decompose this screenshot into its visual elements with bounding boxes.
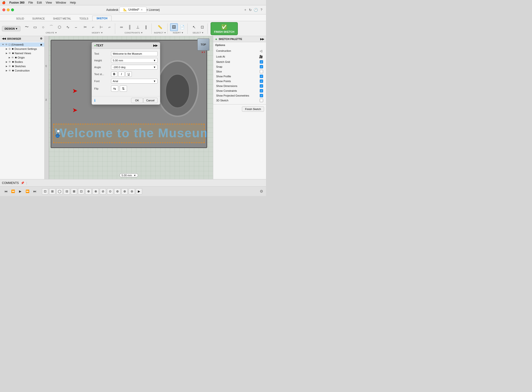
add-tab-icon[interactable]: ＋ bbox=[244, 8, 247, 12]
fullscreen-button[interactable] bbox=[11, 8, 14, 11]
tree-item-named-views[interactable]: ▶ 👁 ■ Named Views bbox=[0, 51, 44, 55]
sketch-tool-4[interactable]: ⊟ bbox=[64, 188, 70, 195]
browser-collapse-icon[interactable]: ◀◀ bbox=[2, 37, 6, 40]
play-prev-icon[interactable]: ⏪ bbox=[10, 189, 16, 194]
sketch-tool-14[interactable]: ▶ bbox=[136, 188, 142, 195]
sketch-tool-10[interactable]: ⊙ bbox=[107, 188, 113, 195]
help-menu[interactable]: Help bbox=[70, 1, 76, 4]
3d-sketch-checkbox[interactable] bbox=[260, 99, 263, 102]
bodies-eye[interactable]: 👁 bbox=[8, 60, 11, 63]
constraint-horiz[interactable]: ═ bbox=[118, 23, 125, 31]
construction-eye[interactable]: 👁 bbox=[8, 69, 11, 72]
fillet-tool[interactable]: ⌐ bbox=[106, 23, 113, 31]
dialog-expand-icon[interactable]: ▶▶ bbox=[153, 44, 158, 47]
palette-show-profile[interactable]: Show Profile ✓ bbox=[215, 74, 264, 79]
height-input[interactable]: 5.00 mm ▼ bbox=[111, 58, 158, 63]
browser-settings-icon[interactable]: ⚙ bbox=[40, 37, 42, 40]
sketch-tool-1[interactable]: ⊡ bbox=[42, 188, 48, 195]
text-field-input[interactable] bbox=[111, 51, 158, 56]
circle-tool[interactable]: ○ bbox=[39, 23, 47, 31]
tree-item-doc-settings[interactable]: ▶ ⚙ ■ Document Settings bbox=[0, 47, 44, 51]
ok-button[interactable]: OK bbox=[131, 98, 143, 103]
font-select[interactable]: Arial ▼ bbox=[111, 79, 158, 84]
tab-sheet-metal[interactable]: SHEET METAL bbox=[49, 16, 75, 21]
height-dropdown-icon[interactable]: ▼ bbox=[153, 59, 156, 62]
show-constraints-checkbox[interactable]: ✓ bbox=[260, 89, 263, 92]
refresh-icon[interactable]: ↻ bbox=[249, 8, 252, 12]
sketch-tool-5[interactable]: ⊠ bbox=[71, 188, 77, 195]
document-tab[interactable]: 📐 Untitled* ✕ bbox=[119, 7, 147, 13]
angle-dropdown-icon[interactable]: ▼ bbox=[153, 66, 156, 69]
palette-3d-sketch[interactable]: 3D Sketch bbox=[215, 98, 264, 103]
bold-button[interactable]: B bbox=[111, 72, 117, 77]
sketch-tool-9[interactable]: ⊘ bbox=[100, 188, 106, 195]
constraint-vert[interactable]: ║ bbox=[126, 23, 133, 31]
insert-dxf-tool[interactable]: 📄 bbox=[178, 23, 186, 31]
rect-tool[interactable]: ▭ bbox=[31, 23, 39, 31]
comments-pin-icon[interactable]: 📌 bbox=[21, 181, 24, 185]
finish-sketch-bottom-button[interactable]: Finish Sketch bbox=[242, 106, 264, 112]
sketch-grid-checkbox[interactable]: ✓ bbox=[260, 60, 263, 64]
show-dimensions-checkbox[interactable]: ✓ bbox=[260, 84, 263, 88]
cancel-button[interactable]: Cancel bbox=[143, 98, 158, 103]
apple-menu[interactable]: 🍎 bbox=[2, 1, 6, 4]
design-button[interactable]: DESIGN ▼ bbox=[2, 26, 20, 31]
help-icon[interactable]: ？ bbox=[260, 8, 263, 12]
edit-menu[interactable]: Edit bbox=[37, 1, 42, 4]
sketch-tool-8[interactable]: ⊗ bbox=[93, 188, 99, 195]
settings-icon[interactable]: ⚙ bbox=[260, 189, 263, 194]
tree-item-origin[interactable]: ▶ 👁 ■ Origin bbox=[0, 55, 44, 60]
record-icon[interactable]: ⏺ bbox=[40, 43, 42, 46]
show-profile-checkbox[interactable]: ✓ bbox=[260, 75, 263, 78]
tree-item-construction[interactable]: ▶ 👁 ■ Construction bbox=[0, 68, 44, 73]
poly-tool[interactable]: ⬡ bbox=[56, 23, 63, 31]
snap-checkbox[interactable]: ✓ bbox=[260, 65, 263, 68]
spline-tool[interactable]: ∿ bbox=[64, 23, 72, 31]
origin-eye[interactable]: 👁 bbox=[11, 56, 14, 59]
palette-look-at[interactable]: Look At 🎥 bbox=[215, 54, 264, 59]
trim-tool[interactable]: ✂ bbox=[81, 23, 89, 31]
palette-show-points[interactable]: Show Points ✓ bbox=[215, 79, 264, 84]
angle-input[interactable]: -180.0 deg ▼ bbox=[111, 65, 158, 70]
palette-show-dimensions[interactable]: Show Dimensions ✓ bbox=[215, 84, 264, 88]
sketch-tool-6[interactable]: ⊡ bbox=[78, 188, 84, 195]
constraint-perp[interactable]: ⊥ bbox=[134, 23, 142, 31]
palette-slice[interactable]: Slice bbox=[215, 69, 264, 74]
view-menu[interactable]: View bbox=[46, 1, 52, 4]
palette-snap[interactable]: Snap ✓ bbox=[215, 64, 264, 69]
dim-dropdown[interactable]: ▼ bbox=[133, 174, 136, 177]
tree-item-unsaved[interactable]: ▼ 👁 □ (Unsaved) ⏺ bbox=[0, 42, 44, 47]
font-dropdown-icon[interactable]: ▼ bbox=[153, 80, 156, 83]
flip-v-button[interactable]: ⇅ bbox=[120, 85, 127, 92]
look-at-icon[interactable]: 🎥 bbox=[259, 54, 263, 59]
sketch-tool-2[interactable]: ⊞ bbox=[49, 188, 55, 195]
sketch-tool-12[interactable]: ⊛ bbox=[121, 188, 128, 195]
dimension-label[interactable]: 5.00 mm ▼ bbox=[120, 173, 138, 177]
file-menu[interactable]: File bbox=[28, 1, 33, 4]
select-more[interactable]: ⊡ bbox=[198, 23, 206, 31]
sketch-tool-13[interactable]: ⊜ bbox=[129, 188, 135, 195]
tab-surface[interactable]: SURFACE bbox=[28, 16, 49, 21]
tab-close-icon[interactable]: ✕ bbox=[141, 8, 143, 11]
construction-icon[interactable]: ◁ bbox=[259, 49, 263, 53]
flip-h-button[interactable]: ⇆ bbox=[111, 85, 118, 92]
close-button[interactable] bbox=[2, 8, 5, 11]
cube-top-face[interactable]: TOP bbox=[197, 39, 209, 51]
constraint-par[interactable]: ∥ bbox=[142, 23, 150, 31]
extend-tool[interactable]: ⌐ bbox=[89, 23, 97, 31]
palette-expand-icon[interactable]: ▶▶ bbox=[260, 38, 264, 41]
measure-tool[interactable]: 📏 bbox=[156, 23, 164, 31]
sketch-tool-7[interactable]: ⊕ bbox=[85, 188, 92, 195]
underline-button[interactable]: U bbox=[126, 72, 132, 77]
finish-sketch-button[interactable]: ✅ FINISH SKETCH bbox=[211, 22, 238, 35]
visibility-icon[interactable]: 👁 bbox=[5, 43, 8, 46]
show-proj-geom-checkbox[interactable]: ✓ bbox=[260, 94, 263, 97]
play-last-icon[interactable]: ⏭ bbox=[32, 189, 38, 194]
tab-solid[interactable]: SOLID bbox=[12, 16, 28, 21]
palette-show-constraints[interactable]: Show Constraints ✓ bbox=[215, 88, 264, 93]
play-next-icon[interactable]: ⏩ bbox=[25, 189, 30, 194]
insert-image-tool[interactable]: 🖼 bbox=[170, 23, 178, 31]
minimize-button[interactable] bbox=[7, 8, 10, 11]
show-points-checkbox[interactable]: ✓ bbox=[260, 79, 263, 83]
sketch-tool-3[interactable]: ◯ bbox=[56, 188, 63, 195]
